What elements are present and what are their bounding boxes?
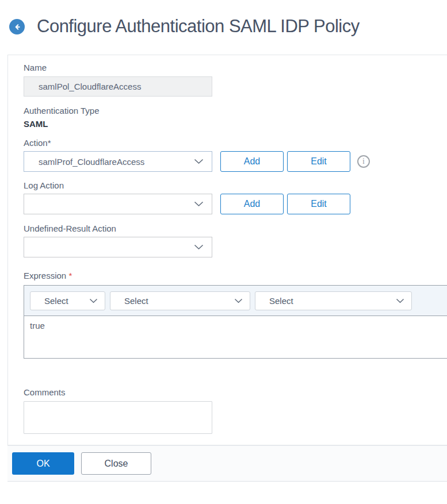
action-select-value: samlProf_CloudflareAccess bbox=[39, 157, 144, 167]
close-button[interactable]: Close bbox=[81, 452, 151, 475]
comments-label: Comments bbox=[24, 387, 447, 398]
expression-input[interactable]: true bbox=[24, 316, 447, 358]
log-action-select[interactable] bbox=[24, 194, 212, 214]
expression-label: Expression * bbox=[24, 271, 447, 281]
expression-toolbar: Select Select Select bbox=[24, 286, 447, 316]
expression-select-3[interactable]: Select bbox=[255, 291, 412, 310]
chevron-down-icon bbox=[396, 298, 404, 303]
action-row: samlProf_CloudflareAccess Add Edit i bbox=[24, 151, 447, 172]
expression-label-text: Expression bbox=[24, 271, 66, 280]
log-action-row: Add Edit bbox=[24, 194, 447, 214]
expression-select-2-value: Select bbox=[124, 296, 148, 306]
log-action-label: Log Action bbox=[24, 180, 447, 191]
name-input[interactable] bbox=[24, 76, 212, 97]
chevron-down-icon bbox=[89, 298, 98, 303]
action-edit-button[interactable]: Edit bbox=[287, 151, 350, 172]
required-asterisk: * bbox=[68, 271, 72, 280]
arrow-left-icon bbox=[13, 23, 21, 31]
auth-type-label: Authentication Type bbox=[24, 106, 447, 116]
log-action-edit-button[interactable]: Edit bbox=[287, 194, 350, 214]
back-button[interactable] bbox=[9, 19, 25, 34]
action-label: Action* bbox=[24, 138, 447, 148]
info-icon[interactable]: i bbox=[357, 155, 370, 168]
chevron-down-icon bbox=[194, 201, 204, 207]
chevron-down-icon bbox=[194, 159, 204, 164]
expression-select-3-value: Select bbox=[269, 296, 293, 306]
ok-button[interactable]: OK bbox=[12, 452, 74, 475]
expression-select-1[interactable]: Select bbox=[30, 291, 105, 310]
undefined-result-action-label: Undefined-Result Action bbox=[24, 224, 447, 234]
action-select[interactable]: samlProf_CloudflareAccess bbox=[24, 151, 212, 172]
log-action-add-button[interactable]: Add bbox=[220, 194, 284, 214]
chevron-down-icon bbox=[194, 244, 204, 250]
form-panel: Name Authentication Type SAML Action* sa… bbox=[7, 55, 447, 445]
action-add-button[interactable]: Add bbox=[220, 151, 284, 172]
auth-type-value: SAML bbox=[24, 119, 447, 129]
expression-select-2[interactable]: Select bbox=[110, 291, 250, 310]
chevron-down-icon bbox=[234, 298, 243, 303]
comments-input[interactable] bbox=[24, 401, 212, 434]
undefined-result-action-row bbox=[24, 237, 447, 257]
page-title: Configure Authentication SAML IDP Policy bbox=[37, 14, 360, 39]
info-icon-glyph: i bbox=[362, 157, 365, 166]
undefined-result-action-select[interactable] bbox=[24, 237, 212, 257]
name-label: Name bbox=[24, 63, 447, 73]
footer-bar: OK Close bbox=[7, 445, 447, 482]
expression-select-1-value: Select bbox=[44, 296, 68, 306]
expression-editor: Select Select Select bbox=[24, 285, 447, 359]
